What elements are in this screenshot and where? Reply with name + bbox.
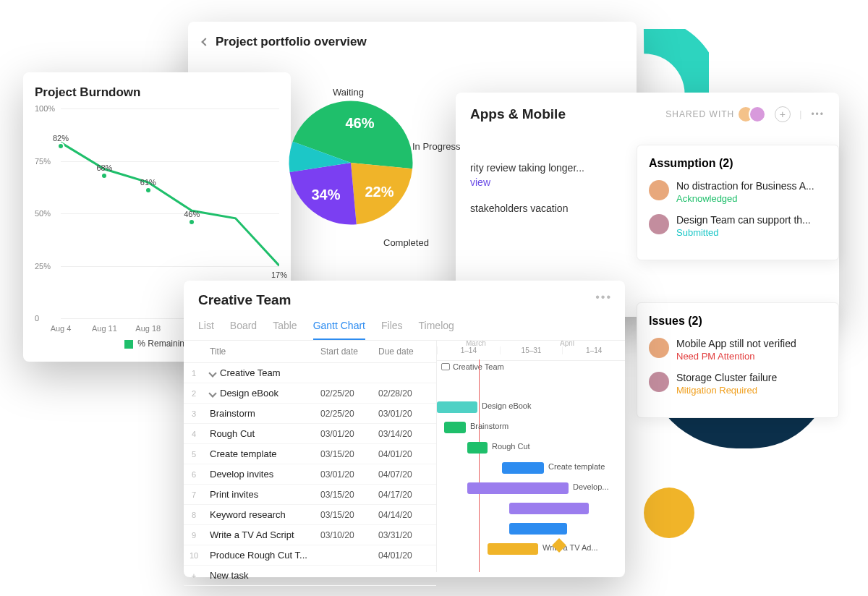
- gantt-bar-label: Brainstorm: [470, 422, 509, 430]
- burndown-title: Project Burndown: [35, 85, 279, 100]
- tab-list[interactable]: List: [198, 315, 214, 340]
- issues-panel: Issues (2) Mobile App still not verified…: [637, 302, 839, 418]
- gantt-bar[interactable]: [509, 503, 589, 514]
- avatar[interactable]: [749, 106, 766, 123]
- back-link[interactable]: Project portfolio overview: [203, 35, 622, 49]
- avatar: [649, 214, 669, 234]
- gantt-bar[interactable]: [488, 543, 538, 555]
- list-item[interactable]: Design Team can support th...Submitted: [649, 214, 827, 238]
- table-row[interactable]: 9Write a TV Ad Script03/10/2003/31/20: [184, 525, 436, 545]
- table-row[interactable]: 2Design eBook02/25/2002/28/20: [184, 383, 436, 404]
- item-status: Need PM Attention: [676, 351, 796, 362]
- shared-avatars: [743, 106, 766, 123]
- tab-timelog[interactable]: Timelog: [419, 315, 454, 340]
- creative-team-card: Creative Team ••• ListBoardTableGantt Ch…: [184, 281, 625, 577]
- table-row[interactable]: 1Creative Team: [184, 363, 436, 383]
- item-status: Mitigation Required: [676, 385, 777, 396]
- chevron-down-icon[interactable]: [208, 389, 216, 397]
- gantt-title: Creative Team: [198, 292, 610, 308]
- gantt-bar[interactable]: [502, 462, 544, 474]
- new-task-button[interactable]: New task: [204, 570, 436, 581]
- assumption-count: (2): [719, 157, 733, 169]
- chevron-down-icon[interactable]: [208, 369, 216, 377]
- timeline-cell: 1–14: [562, 346, 625, 354]
- timeline-cell: 15–31: [500, 346, 563, 354]
- gantt-timeline[interactable]: 1–1415–311–14MarchApril Creative Team De…: [437, 341, 625, 572]
- more-icon[interactable]: •••: [811, 109, 825, 119]
- item-status: Submitted: [676, 227, 811, 238]
- status-pie-chart: 46%22%34% Waiting In Progress Completed: [275, 72, 470, 268]
- col-title: Title: [204, 346, 320, 357]
- item-status: Acknowledged: [676, 193, 814, 204]
- add-share-button[interactable]: +: [775, 106, 791, 122]
- tab-files[interactable]: Files: [381, 315, 403, 340]
- gantt-bar[interactable]: [467, 482, 569, 494]
- item-title: Design Team can support th...: [676, 214, 811, 226]
- gantt-bar-label: Design eBook: [482, 401, 532, 410]
- folder-icon: [441, 363, 450, 370]
- shared-with-label: SHARED WITH: [665, 109, 734, 119]
- table-row[interactable]: 10Produce Rough Cut T...04/01/20: [184, 545, 436, 566]
- list-item[interactable]: Mobile App still not verifiedNeed PM Att…: [649, 338, 827, 362]
- item-title: Mobile App still not verified: [676, 338, 796, 349]
- gantt-task-list: Title Start date Due date 1Creative Team…: [184, 341, 437, 572]
- more-icon[interactable]: •••: [595, 291, 612, 304]
- table-row[interactable]: 8Keyword research03/15/2004/14/20: [184, 505, 436, 525]
- avatar: [649, 372, 669, 392]
- add-task-icon[interactable]: +: [184, 571, 204, 580]
- gantt-bar[interactable]: [444, 422, 466, 433]
- issues-count: (2): [688, 315, 702, 327]
- pie-label-waiting: Waiting: [333, 87, 364, 98]
- gantt-bar-label: Rough Cut: [492, 442, 530, 451]
- decorative-dot: [644, 488, 694, 538]
- avatar: [649, 338, 669, 358]
- table-row[interactable]: 3Brainstorm02/25/2003/01/20: [184, 404, 436, 424]
- shared-title: Apps & Mobile: [470, 106, 566, 122]
- today-indicator: [479, 359, 480, 572]
- table-row[interactable]: 5Create template03/15/2004/01/20: [184, 444, 436, 464]
- overview-title: Project portfolio overview: [216, 35, 367, 49]
- tab-table[interactable]: Table: [273, 315, 297, 340]
- gantt-bar-label: Create template: [548, 462, 605, 471]
- gantt-bar[interactable]: [509, 523, 567, 535]
- assumption-header: Assumption: [649, 157, 715, 169]
- issues-header: Issues: [649, 315, 685, 327]
- pie-label-completed: Completed: [383, 237, 429, 248]
- gantt-bar[interactable]: [467, 442, 488, 454]
- table-row[interactable]: 7Print invites03/15/2004/17/20: [184, 485, 436, 505]
- gantt-tabs: ListBoardTableGantt ChartFilesTimelog: [184, 308, 625, 341]
- pie-label-inprogress: In Progress: [412, 141, 460, 152]
- assumption-panel: Assumption (2) No distraction for Busine…: [637, 145, 839, 260]
- table-row[interactable]: 6Develop invites03/01/2004/07/20: [184, 464, 436, 485]
- table-row[interactable]: 4Rough Cut03/01/2003/14/20: [184, 424, 436, 444]
- gantt-bar-label: Write a TV Ad...: [542, 543, 598, 552]
- col-due: Due date: [378, 346, 436, 357]
- timeline-cell: 1–14: [437, 346, 500, 354]
- col-start: Start date: [320, 346, 378, 357]
- item-title: Storage Cluster failure: [676, 372, 777, 383]
- list-item[interactable]: Storage Cluster failureMitigation Requir…: [649, 372, 827, 396]
- gantt-bar[interactable]: [437, 401, 477, 413]
- tab-gantt-chart[interactable]: Gantt Chart: [313, 315, 365, 340]
- item-title: No distraction for Business A...: [676, 180, 814, 192]
- tab-board[interactable]: Board: [230, 315, 257, 340]
- list-item[interactable]: No distraction for Business A...Acknowle…: [649, 180, 827, 204]
- gantt-bar-label: Develop...: [573, 482, 609, 491]
- chevron-left-icon: [201, 38, 209, 46]
- avatar: [649, 180, 669, 200]
